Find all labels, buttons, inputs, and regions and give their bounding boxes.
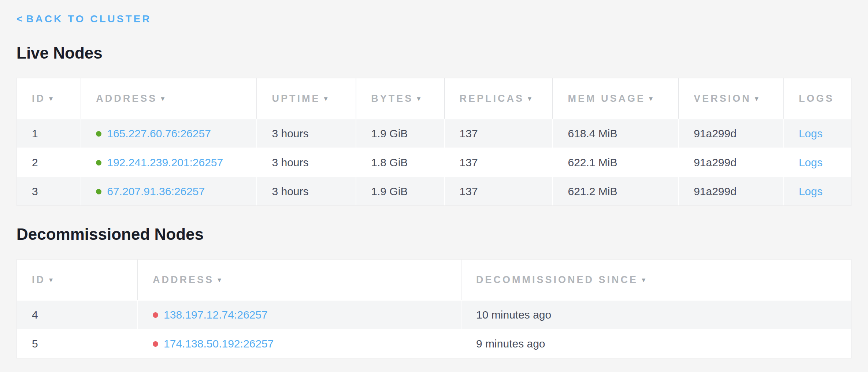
sort-arrow-icon: ▾ [417, 94, 420, 103]
node-uptime-cell: 3 hours [257, 119, 356, 148]
column-header-decommissioned-since[interactable]: DECOMMISSIONED SINCE▾ [461, 260, 851, 300]
column-header-bytes-label: BYTES [371, 93, 413, 104]
logs-link[interactable]: Logs [799, 127, 823, 140]
node-address-cell: 192.241.239.201:26257 [81, 148, 257, 176]
node-address-cell: 174.138.50.192:26257 [138, 329, 461, 358]
table-row-node-5: 5 174.138.50.192:26257 9 minutes ago [17, 329, 851, 358]
node-replicas-cell: 137 [445, 176, 553, 205]
column-header-id[interactable]: ID▾ [17, 78, 81, 119]
node-decommissioned-since-cell: 9 minutes ago [461, 329, 851, 358]
node-logs-cell: Logs [784, 176, 851, 205]
node-id-cell: 2 [17, 148, 81, 176]
sort-arrow-icon: ▾ [642, 275, 645, 284]
column-header-replicas-label: REPLICAS [460, 93, 524, 104]
logs-link[interactable]: Logs [799, 185, 823, 197]
column-header-uptime[interactable]: UPTIME▾ [257, 78, 356, 119]
table-row-node-3: 3 67.207.91.36:26257 3 hours 1.9 GiB 137… [17, 176, 851, 205]
node-logs-cell: Logs [784, 119, 851, 148]
table-row-node-4: 4 138.197.12.74:26257 10 minutes ago [17, 300, 851, 329]
back-to-cluster-label: BACK TO CLUSTER [26, 13, 151, 25]
sort-arrow-icon: ▾ [528, 94, 531, 103]
node-id-cell: 4 [17, 300, 138, 329]
decommissioned-nodes-header-row: ID▾ ADDRESS▾ DECOMMISSIONED SINCE▾ [17, 260, 851, 300]
node-decommissioned-since-cell: 10 minutes ago [461, 300, 851, 329]
sort-arrow-icon: ▾ [161, 94, 164, 103]
node-version-cell: 91a299d [679, 176, 784, 205]
live-status-dot-icon [96, 160, 101, 165]
live-nodes-table: ID▾ ADDRESS▾ UPTIME▾ BYTES▾ REPLICAS▾ ME… [16, 78, 852, 206]
node-bytes-cell: 1.9 GiB [356, 176, 445, 205]
column-header-logs: LOGS [784, 78, 851, 119]
sort-arrow-icon: ▾ [649, 94, 653, 103]
column-header-version[interactable]: VERSION▾ [679, 78, 784, 119]
node-version-cell: 91a299d [679, 119, 784, 148]
node-address-link[interactable]: 67.207.91.36:26257 [107, 185, 205, 197]
node-bytes-cell: 1.8 GiB [356, 148, 445, 176]
node-address-cell: 138.197.12.74:26257 [138, 300, 461, 329]
node-replicas-cell: 137 [445, 119, 553, 148]
sort-arrow-icon: ▾ [218, 275, 221, 284]
live-nodes-title: Live Nodes [16, 44, 852, 62]
column-header-uptime-label: UPTIME [272, 93, 320, 104]
logs-link[interactable]: Logs [799, 156, 823, 168]
sort-arrow-icon: ▾ [49, 94, 53, 103]
node-address-link[interactable]: 192.241.239.201:26257 [107, 156, 223, 168]
decommissioned-nodes-table: ID▾ ADDRESS▾ DECOMMISSIONED SINCE▾ 4 138… [16, 259, 852, 358]
decommissioned-status-dot-icon [153, 312, 158, 318]
node-id-cell: 5 [17, 329, 138, 358]
column-header-address-label: ADDRESS [96, 93, 157, 104]
column-header-bytes[interactable]: BYTES▾ [356, 78, 445, 119]
node-replicas-cell: 137 [445, 148, 553, 176]
chevron-left-icon: < [16, 13, 22, 25]
node-version-cell: 91a299d [679, 148, 784, 176]
column-header-mem-usage-label: MEM USAGE [568, 93, 645, 104]
node-uptime-cell: 3 hours [257, 148, 356, 176]
node-address-link[interactable]: 165.227.60.76:26257 [107, 127, 211, 140]
column-header-version-label: VERSION [694, 93, 751, 104]
live-status-dot-icon [96, 131, 101, 137]
live-status-dot-icon [96, 189, 101, 194]
column-header-mem-usage[interactable]: MEM USAGE▾ [553, 78, 679, 119]
node-address-cell: 165.227.60.76:26257 [81, 119, 257, 148]
node-mem-usage-cell: 621.2 MiB [553, 176, 679, 205]
node-mem-usage-cell: 618.4 MiB [553, 119, 679, 148]
column-header-decommissioned-since-label: DECOMMISSIONED SINCE [476, 274, 638, 285]
column-header-id-label: ID [32, 93, 45, 104]
nodes-page: <BACK TO CLUSTER Live Nodes ID▾ ADDRESS▾… [0, 0, 868, 358]
decommissioned-status-dot-icon [153, 341, 158, 347]
column-header-address-label: ADDRESS [153, 274, 214, 285]
back-to-cluster-link[interactable]: <BACK TO CLUSTER [16, 13, 151, 25]
node-logs-cell: Logs [784, 148, 851, 176]
node-bytes-cell: 1.9 GiB [356, 119, 445, 148]
sort-arrow-icon: ▾ [324, 94, 328, 103]
live-nodes-header-row: ID▾ ADDRESS▾ UPTIME▾ BYTES▾ REPLICAS▾ ME… [17, 78, 851, 119]
sort-arrow-icon: ▾ [49, 275, 53, 284]
decommissioned-nodes-title: Decommissioned Nodes [16, 225, 852, 243]
node-address-link[interactable]: 138.197.12.74:26257 [164, 309, 268, 321]
table-row-node-1: 1 165.227.60.76:26257 3 hours 1.9 GiB 13… [17, 119, 851, 148]
column-header-replicas[interactable]: REPLICAS▾ [445, 78, 553, 119]
node-address-cell: 67.207.91.36:26257 [81, 176, 257, 205]
node-uptime-cell: 3 hours [257, 176, 356, 205]
node-id-cell: 3 [17, 176, 81, 205]
column-header-address[interactable]: ADDRESS▾ [81, 78, 257, 119]
column-header-address[interactable]: ADDRESS▾ [138, 260, 461, 300]
sort-arrow-icon: ▾ [755, 94, 758, 103]
column-header-id-label: ID [32, 274, 45, 285]
node-mem-usage-cell: 622.1 MiB [553, 148, 679, 176]
column-header-logs-label: LOGS [799, 93, 834, 104]
node-id-cell: 1 [17, 119, 81, 148]
table-row-node-2: 2 192.241.239.201:26257 3 hours 1.8 GiB … [17, 148, 851, 176]
node-address-link[interactable]: 174.138.50.192:26257 [164, 338, 274, 350]
column-header-id[interactable]: ID▾ [17, 260, 138, 300]
